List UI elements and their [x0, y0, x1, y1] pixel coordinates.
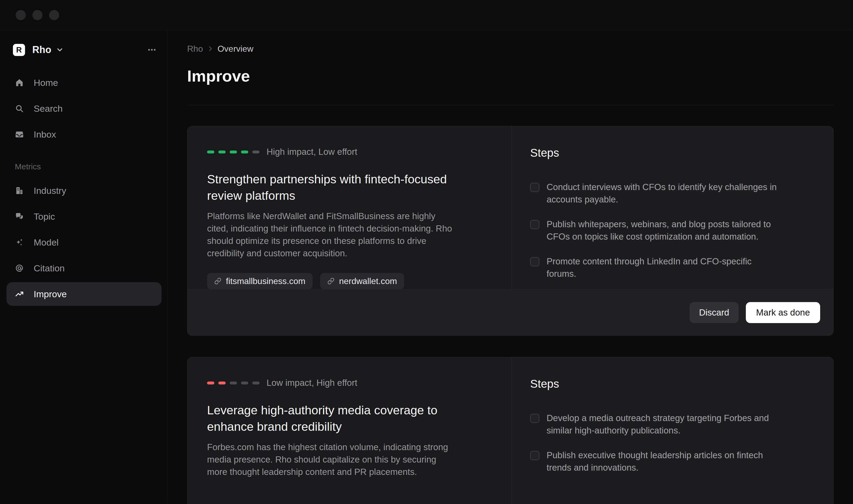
ellipsis-icon[interactable] — [147, 45, 157, 55]
discard-button[interactable]: Discard — [690, 302, 739, 323]
step-checkbox[interactable] — [530, 451, 539, 460]
impact-indicator: Low impact, High effort — [207, 377, 495, 389]
sidebar-item-topic[interactable]: Topic — [0, 203, 167, 229]
window-close-button[interactable] — [16, 10, 26, 20]
sidebar: R Rho Home Search — [0, 30, 168, 504]
sidebar-item-citation[interactable]: Citation — [0, 255, 167, 281]
window-titlebar — [0, 0, 853, 30]
sidebar-item-label: Search — [34, 103, 63, 114]
sidebar-item-label: Home — [34, 77, 58, 88]
step-label: Publish whitepapers, webinars, and blog … — [547, 218, 771, 243]
steps-panel: Steps Develop a media outreach strategy … — [511, 357, 833, 504]
step-item: Promote content through LinkedIn and CFO… — [530, 255, 817, 280]
impact-dash — [218, 150, 225, 154]
recommendation-summary-panel: High impact, Low effort Strengthen partn… — [187, 126, 511, 289]
step-item: Conduct interviews with CFOs to identify… — [530, 181, 817, 206]
page-title: Improve — [187, 67, 834, 86]
model-icon — [15, 238, 24, 247]
recommendation-summary-panel: Low impact, High effort Leverage high-au… — [187, 357, 511, 504]
sidebar-item-label: Industry — [34, 185, 66, 196]
inbox-icon — [15, 130, 24, 139]
sidebar-primary-nav: Home Search Inbox — [0, 70, 167, 147]
step-item: Publish whitepapers, webinars, and blog … — [530, 218, 817, 243]
steps-heading: Steps — [530, 146, 817, 160]
sidebar-item-label: Citation — [34, 263, 65, 273]
sidebar-item-label: Improve — [34, 289, 67, 300]
step-label: Promote content through LinkedIn and CFO… — [547, 255, 751, 280]
step-checkbox[interactable] — [530, 220, 539, 229]
recommendation-title: Strengthen partnerships with fintech-foc… — [207, 171, 476, 204]
window-zoom-button[interactable] — [49, 10, 59, 20]
chevron-right-icon — [207, 45, 214, 52]
step-item: Publish executive thought leadership art… — [530, 449, 817, 474]
impact-meter — [207, 381, 259, 384]
step-checkbox[interactable] — [530, 183, 539, 192]
recommendation-title: Leverage high-authority media coverage t… — [207, 402, 476, 435]
sidebar-item-home[interactable]: Home — [0, 70, 167, 95]
sidebar-item-improve[interactable]: Improve — [6, 282, 162, 306]
link-chip-label: fitsmallbusiness.com — [226, 276, 305, 286]
main-content: Rho Overview Improve High impact, Low ef… — [168, 30, 853, 504]
impact-dash — [207, 381, 214, 384]
link-chip-label: nerdwallet.com — [339, 276, 397, 286]
citation-icon — [15, 264, 24, 273]
workspace-name: Rho — [32, 44, 51, 55]
impact-dash — [207, 150, 214, 154]
sidebar-item-industry[interactable]: Industry — [0, 178, 167, 203]
steps-list: Conduct interviews with CFOs to identify… — [530, 181, 817, 280]
breadcrumb-root[interactable]: Rho — [187, 44, 203, 54]
search-icon — [15, 104, 24, 113]
recommendation-card: High impact, Low effort Strengthen partn… — [187, 126, 834, 336]
recommendation-description: Forbes.com has the highest citation volu… — [207, 441, 495, 478]
link-chip[interactable]: fitsmallbusiness.com — [207, 273, 313, 289]
impact-dash — [230, 381, 237, 384]
step-checkbox[interactable] — [530, 414, 539, 423]
recommendation-description: Platforms like NerdWallet and FitSmallBu… — [207, 210, 495, 259]
chevron-down-icon — [56, 46, 64, 54]
link-chip[interactable]: nerdwallet.com — [320, 273, 404, 289]
link-icon — [214, 277, 221, 285]
step-item: Develop a media outreach strategy target… — [530, 412, 817, 437]
steps-panel: Steps Conduct interviews with CFOs to id… — [511, 126, 833, 289]
impact-dash — [241, 381, 248, 384]
card-actions: Discard Mark as done — [187, 289, 833, 336]
sidebar-section-metrics: Metrics — [15, 162, 167, 171]
sidebar-item-label: Model — [34, 237, 59, 248]
sidebar-item-inbox[interactable]: Inbox — [0, 122, 167, 147]
industry-icon — [15, 186, 24, 195]
link-icon — [327, 277, 334, 285]
impact-label: Low impact, High effort — [267, 378, 357, 388]
sidebar-item-label: Inbox — [34, 129, 56, 140]
sidebar-item-label: Topic — [34, 211, 55, 222]
sidebar-item-search[interactable]: Search — [0, 95, 167, 122]
impact-dash — [241, 150, 248, 154]
window-minimize-button[interactable] — [32, 10, 42, 20]
mark-as-done-button[interactable]: Mark as done — [746, 302, 820, 323]
home-icon — [15, 78, 24, 87]
workspace-logo: R — [13, 44, 25, 56]
topic-icon — [15, 212, 24, 221]
recommendation-card: Low impact, High effort Leverage high-au… — [187, 357, 834, 504]
step-label: Conduct interviews with CFOs to identify… — [547, 181, 777, 206]
impact-dash — [252, 150, 259, 154]
source-links: fitsmallbusiness.com nerdwallet.com — [207, 273, 495, 289]
impact-dash — [218, 381, 225, 384]
breadcrumb: Rho Overview — [187, 43, 834, 54]
impact-indicator: High impact, Low effort — [207, 146, 495, 158]
impact-label: High impact, Low effort — [267, 147, 357, 157]
steps-list: Develop a media outreach strategy target… — [530, 412, 817, 474]
step-checkbox[interactable] — [530, 257, 539, 266]
sidebar-item-model[interactable]: Model — [0, 229, 167, 255]
impact-dash — [252, 381, 259, 384]
impact-dash — [230, 150, 237, 154]
step-label: Develop a media outreach strategy target… — [547, 412, 769, 437]
workspace-switcher[interactable]: R Rho — [13, 43, 157, 56]
steps-heading: Steps — [530, 377, 817, 391]
impact-meter — [207, 150, 259, 154]
page-divider — [187, 105, 834, 105]
improve-icon — [15, 289, 24, 299]
sidebar-metrics-nav: Industry Topic Model Citation — [0, 178, 167, 306]
breadcrumb-current: Overview — [218, 44, 253, 54]
step-label: Publish executive thought leadership art… — [547, 449, 763, 474]
